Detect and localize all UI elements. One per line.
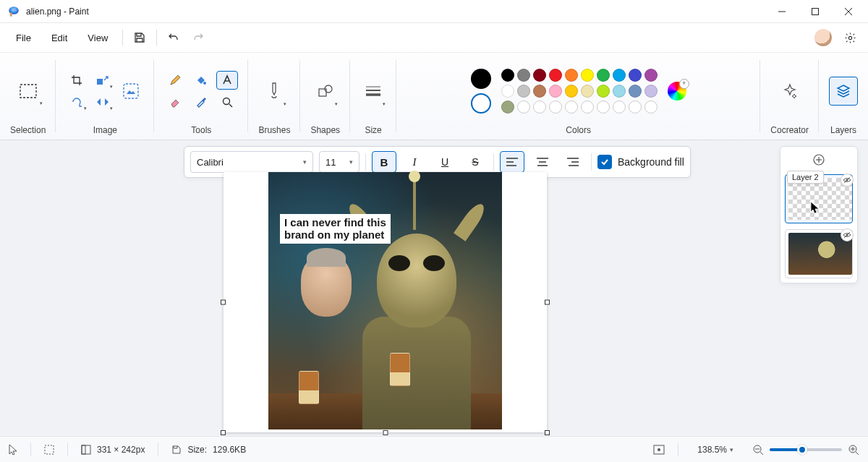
resize-handle[interactable] [545,300,550,305]
color-swatch[interactable] [629,69,642,82]
minimize-button[interactable] [765,0,799,23]
layer-item[interactable]: Layer 2 [785,174,853,223]
svg-rect-34 [45,445,54,454]
color-swatch[interactable] [549,100,562,114]
resize-handle[interactable] [545,430,550,435]
edit-colors-button[interactable] [668,82,686,100]
remove-background-button[interactable] [118,78,144,104]
color-swatch[interactable] [517,85,530,98]
pencil-tool[interactable] [164,71,186,90]
resize-handle[interactable] [383,430,388,435]
color-swatch[interactable] [597,69,610,82]
color-swatch[interactable] [581,100,594,114]
text-tool[interactable] [216,71,238,90]
color-swatch[interactable] [501,85,514,98]
color-swatch[interactable] [644,69,658,82]
align-center-button[interactable] [530,151,555,173]
settings-button[interactable] [838,25,862,50]
fill-tool[interactable] [190,71,212,90]
color-swatch[interactable] [613,100,626,114]
bold-button[interactable]: B [372,151,396,173]
menu-edit[interactable]: Edit [41,28,77,48]
group-label: Cocreator [770,122,809,135]
color-swatch[interactable] [533,85,546,98]
brushes-button[interactable]: ▾ [261,74,287,108]
size-button[interactable]: ▾ [360,74,386,108]
color-swatch[interactable] [549,85,562,98]
color-swatch[interactable] [533,100,546,114]
strikethrough-button[interactable]: S [463,151,488,173]
zoom-in-button[interactable] [848,444,859,455]
color-swatch[interactable] [517,69,530,82]
color-swatch[interactable] [565,100,578,114]
secondary-color[interactable] [471,93,491,114]
color-swatch[interactable] [517,100,530,114]
resize-handle[interactable] [221,300,226,305]
svg-point-10 [203,82,206,85]
undo-button[interactable] [161,25,186,50]
zoom-slider[interactable] [770,448,842,451]
separator [156,30,157,46]
menu-view[interactable]: View [77,28,118,48]
size-label: Size: [187,445,207,455]
resize-button[interactable]: ▾ [92,71,114,90]
svg-rect-7 [20,85,36,98]
color-swatch[interactable] [501,100,514,114]
font-family-combo[interactable]: Calibri▾ [190,151,313,173]
redo-button[interactable] [186,25,210,50]
zoom-out-button[interactable] [752,444,764,455]
color-swatch[interactable] [644,100,658,114]
resize-handle[interactable] [221,430,226,435]
background-fill-checkbox[interactable] [597,155,612,169]
cocreator-button[interactable] [775,77,804,106]
color-swatch[interactable] [501,69,514,82]
color-swatch[interactable] [581,85,594,98]
color-swatch[interactable] [613,85,626,98]
color-swatch[interactable] [597,85,610,98]
layer-visibility-icon[interactable] [841,228,854,241]
eraser-tool[interactable] [164,93,186,111]
italic-button[interactable]: I [402,151,427,173]
color-swatch[interactable] [549,69,562,82]
magnifier-tool[interactable] [216,93,238,111]
color-picker-tool[interactable] [190,93,212,111]
svg-line-45 [856,452,859,455]
maximize-button[interactable] [799,0,832,23]
group-label: Tools [191,122,211,135]
flip-button[interactable]: ▾ [92,93,114,111]
menu-file[interactable]: File [6,28,41,48]
save-button[interactable] [127,25,152,50]
align-right-button[interactable] [561,151,585,173]
color-swatch[interactable] [629,100,642,114]
color-swatch[interactable] [644,85,658,98]
svg-point-38 [658,448,660,451]
crop-button[interactable] [66,71,88,90]
color-swatch[interactable] [581,69,594,82]
zoom-level-combo[interactable]: 138.5% ▾ [692,442,739,457]
color-swatch[interactable] [597,100,610,114]
color-swatch[interactable] [565,69,578,82]
align-left-button[interactable] [500,151,524,173]
fit-to-window-button[interactable] [653,445,665,455]
color-swatch[interactable] [565,85,578,98]
layer-item[interactable] [785,229,853,278]
app-icon [7,5,20,18]
svg-line-41 [760,452,763,455]
close-button[interactable] [832,0,865,23]
user-avatar[interactable] [814,29,832,46]
underline-button[interactable]: U [433,151,457,173]
selection-tool[interactable]: ▾ [13,76,43,106]
shapes-button[interactable]: ▾ [312,74,339,108]
color-swatch[interactable] [613,69,626,82]
primary-color[interactable] [471,69,491,89]
layer-visibility-icon[interactable] [841,174,854,187]
color-swatch[interactable] [533,69,546,82]
color-swatch[interactable] [629,85,642,98]
font-size-combo[interactable]: 11▾ [319,151,359,173]
color-palette [501,69,658,114]
add-layer-button[interactable] [809,151,829,168]
layers-button[interactable] [829,77,858,106]
rotate-button[interactable]: ▾ [66,93,88,111]
text-box[interactable]: I can never find this brand on my planet [280,214,391,244]
canvas[interactable]: I can never find this brand on my planet [224,172,547,432]
